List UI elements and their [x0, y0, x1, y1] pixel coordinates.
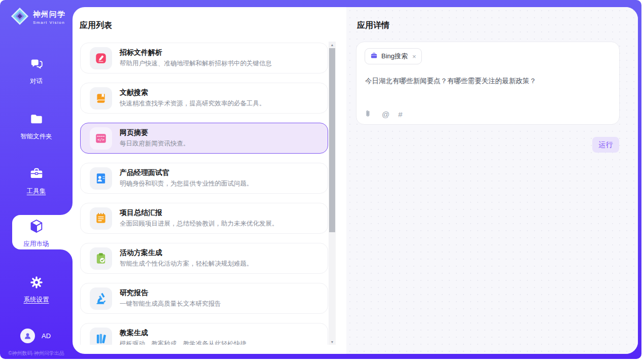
- svg-text:</>: </>: [97, 137, 104, 142]
- app-detail-title: 应用详情: [357, 20, 389, 31]
- query-text[interactable]: 今日湖北有哪些新闻要点？有哪些需要关注的最新政策？: [365, 77, 609, 86]
- scroll-down-icon[interactable]: ▼: [329, 339, 336, 345]
- app-item-text: 招标文件解析 帮助用户快速、准确地理解和解析招标书中的关键信息: [120, 48, 272, 68]
- logo-diamond-icon: [10, 7, 29, 28]
- composer-toolbar: @ #: [364, 109, 403, 120]
- app-item-text: 活动方案生成 智能生成个性化活动方案，轻松解决规划难题。: [120, 248, 253, 268]
- app-list-item[interactable]: </> 网页摘要 每日政府新闻资讯快查。: [80, 123, 328, 154]
- app-description: 明确身份和职责，为您提供专业性的面试问题。: [120, 179, 253, 188]
- chat-icon: [29, 56, 44, 74]
- literature-icon: [90, 87, 112, 110]
- active-nav-curve-bottom: [60, 249, 73, 262]
- app-item-text: 文献搜索 快速精准查找学术资源，提高研究效率的必备工具。: [120, 88, 266, 108]
- sidebar-item-settings[interactable]: 系统设置: [0, 275, 73, 304]
- webpage-icon: </>: [90, 127, 112, 150]
- app-name: 招标文件解析: [120, 48, 272, 57]
- tool-tag-bing-search[interactable]: Bing搜索 ×: [365, 48, 422, 64]
- app-list-scrollbar[interactable]: ▲ ▼: [329, 42, 336, 345]
- app-list-item[interactable]: 项目总结汇报 全面回顾项目进展，总结经验教训，助力未来优化发展。: [80, 203, 328, 234]
- toolbox-icon: [29, 166, 44, 184]
- sidebar-label-settings: 系统设置: [24, 296, 49, 304]
- logo-subtitle: Smart Vision: [33, 20, 65, 25]
- gear-icon: [29, 275, 44, 292]
- clipboard-check-icon: [90, 247, 112, 270]
- app-description: 快速精准查找学术资源，提高研究效率的必备工具。: [120, 99, 266, 108]
- app-description: 模板驱动，教案秒成，教学准备从此轻松快捷: [120, 340, 246, 345]
- app-window: 神州问学 Smart Vision 对话 智能文件夹: [0, 0, 644, 362]
- microscope-icon: [90, 287, 112, 310]
- logo-title: 神州问学: [33, 10, 65, 19]
- report-note-icon: [90, 207, 112, 230]
- app-description: 每日政府新闻资讯快查。: [120, 139, 190, 148]
- app-logo: 神州问学 Smart Vision: [10, 7, 65, 28]
- paperclip-icon[interactable]: [364, 109, 373, 120]
- interviewer-icon: [90, 167, 112, 190]
- app-name: 活动方案生成: [120, 248, 253, 258]
- app-name: 文献搜索: [120, 88, 266, 97]
- sidebar-item-app-market[interactable]: 应用市场: [0, 218, 73, 248]
- app-description: 智能生成个性化活动方案，轻松解决规划难题。: [120, 260, 253, 268]
- app-detail-card: Bing搜索 × 今日湖北有哪些新闻要点？有哪些需要关注的最新政策？ @ #: [356, 42, 620, 125]
- copyright-text: ©神州数码·神州问学出品: [3, 350, 70, 357]
- close-icon[interactable]: ×: [412, 53, 416, 60]
- app-list-item[interactable]: 教案生成 模板驱动，教案秒成，教学准备从此轻松快捷: [80, 323, 328, 345]
- app-list-item[interactable]: 产品经理面试官 明确身份和职责，为您提供专业性的面试问题。: [80, 163, 328, 194]
- sidebar-item-smart-folder[interactable]: 智能文件夹: [0, 112, 73, 141]
- user-account[interactable]: AD: [20, 329, 51, 343]
- briefcase-icon: [370, 52, 378, 61]
- bid-document-icon: [90, 47, 112, 69]
- tool-tag-label: Bing搜索: [381, 52, 408, 61]
- app-description: 帮助用户快速、准确地理解和解析招标书中的关键信息: [120, 59, 272, 68]
- app-item-text: 教案生成 模板驱动，教案秒成，教学准备从此轻松快捷: [120, 329, 246, 345]
- app-name: 项目总结汇报: [120, 208, 278, 218]
- active-nav-curve-top: [60, 203, 73, 215]
- app-list-item[interactable]: 研究报告 一键智能生成高质量长文本研究报告: [80, 283, 328, 314]
- cube-icon: [28, 218, 45, 236]
- sidebar-label-chat: 对话: [30, 77, 43, 86]
- avatar: [20, 329, 35, 343]
- app-item-text: 产品经理面试官 明确身份和职责，为您提供专业性的面试问题。: [120, 168, 253, 188]
- app-item-text: 项目总结汇报 全面回顾项目进展，总结经验教训，助力未来优化发展。: [120, 208, 278, 228]
- app-list-item[interactable]: 活动方案生成 智能生成个性化活动方案，轻松解决规划难题。: [80, 243, 328, 274]
- user-initials: AD: [42, 332, 51, 340]
- app-name: 教案生成: [120, 329, 246, 338]
- scrollbar-thumb[interactable]: [329, 48, 335, 232]
- books-icon: [90, 328, 112, 345]
- app-description: 一键智能生成高质量长文本研究报告: [120, 300, 221, 308]
- scroll-up-icon[interactable]: ▲: [329, 42, 336, 48]
- app-list-item[interactable]: 招标文件解析 帮助用户快速、准确地理解和解析招标书中的关键信息: [80, 43, 328, 74]
- mention-icon[interactable]: @: [382, 110, 389, 119]
- sidebar-label-app-market: 应用市场: [24, 240, 49, 248]
- hash-icon[interactable]: #: [398, 110, 402, 119]
- app-name: 研究报告: [120, 288, 221, 298]
- sidebar-label-smart-folder: 智能文件夹: [20, 132, 52, 141]
- app-item-text: 研究报告 一键智能生成高质量长文本研究报告: [120, 288, 221, 308]
- app-list: 招标文件解析 帮助用户快速、准确地理解和解析招标书中的关键信息 文献搜索 快速精…: [80, 43, 328, 345]
- run-button[interactable]: 运行: [592, 137, 619, 153]
- app-description: 全面回顾项目进展，总结经验教训，助力未来优化发展。: [120, 220, 278, 228]
- folder-icon: [29, 112, 44, 129]
- app-list-item[interactable]: 文献搜索 快速精准查找学术资源，提高研究效率的必备工具。: [80, 83, 328, 114]
- app-list-title: 应用列表: [80, 20, 112, 31]
- sidebar-item-toolset[interactable]: 工具集: [0, 166, 73, 196]
- app-name: 网页摘要: [120, 128, 190, 137]
- sidebar-label-toolset: 工具集: [27, 187, 46, 196]
- app-item-text: 网页摘要 每日政府新闻资讯快查。: [120, 128, 190, 148]
- app-name: 产品经理面试官: [120, 168, 253, 177]
- sidebar-item-chat[interactable]: 对话: [0, 56, 73, 86]
